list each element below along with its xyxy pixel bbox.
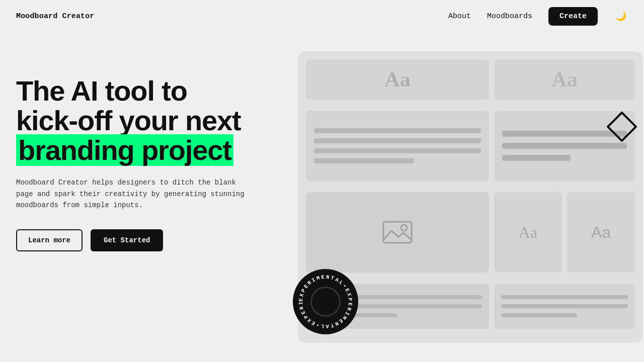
typo-label-1: Aa — [384, 67, 410, 92]
heading-highlight: branding project — [16, 134, 233, 166]
typo-label-2: Aa — [551, 67, 577, 92]
bottom-right-line-3 — [501, 313, 577, 317]
moodboard-image-cell — [306, 192, 489, 273]
moon-icon: 🌙 — [615, 11, 626, 22]
text-line-4 — [314, 158, 414, 163]
moodboard-typo-cell-2: Aa — [494, 59, 635, 100]
hero-description: Moodboard Creator helps designers to dit… — [16, 177, 248, 211]
learn-more-button[interactable]: Learn more — [16, 229, 83, 251]
svg-point-1 — [401, 225, 407, 231]
svg-marker-2 — [608, 113, 636, 141]
font-label-1: Aa — [519, 223, 537, 242]
diamond-icon — [607, 112, 637, 142]
theme-toggle-button[interactable]: 🌙 — [614, 9, 628, 23]
text-line-1 — [314, 128, 481, 133]
bottom-right-line-1 — [501, 295, 628, 299]
hero-section: The AI tool to kick-off your next brandi… — [0, 32, 644, 362]
text-line-2 — [314, 138, 481, 143]
navbar: Moodboard Creator About Moodboards Creat… — [0, 0, 644, 32]
bottom-right-line-2 — [501, 304, 628, 308]
nav-link-moodboards[interactable]: Moodboards — [487, 12, 532, 21]
text-line-3 — [314, 148, 481, 153]
nav-links: About Moodboards Create 🌙 — [448, 7, 628, 26]
moodboard-font-cell-1: Aa — [494, 192, 562, 273]
moodboard-font-cell-2: Aa — [567, 192, 635, 273]
hero-content: The AI tool to kick-off your next brandi… — [16, 56, 278, 251]
nav-link-about[interactable]: About — [448, 12, 471, 21]
experimental-badge: EXPERIMENTAL•EXPERIMENTAL•EXPERIMENTAL• — [293, 269, 358, 334]
get-started-button[interactable]: Get Started — [91, 229, 163, 251]
color-line-2 — [502, 143, 627, 149]
hero-visual: Aa Aa — [278, 56, 628, 362]
hero-buttons: Learn more Get Started — [16, 229, 278, 251]
moodboard-bottom-right — [494, 284, 635, 329]
moodboard-typo-cell-1: Aa — [306, 59, 489, 100]
moodboard-font-grid: Aa Aa — [494, 192, 635, 273]
heading-line2: kick-off your next — [16, 105, 241, 136]
moodboard-text-block — [306, 111, 489, 181]
color-line-3 — [502, 155, 571, 161]
hero-heading: The AI tool to kick-off your next brandi… — [16, 76, 278, 165]
logo: Moodboard Creator — [16, 12, 95, 21]
image-placeholder-icon — [382, 220, 413, 245]
svg-text:EXPERIMENTAL•EXPERIMENTAL•EXPE: EXPERIMENTAL•EXPERIMENTAL•EXPERIMENTAL• — [293, 269, 353, 329]
badge-circle: EXPERIMENTAL•EXPERIMENTAL•EXPERIMENTAL• — [293, 269, 358, 334]
create-button[interactable]: Create — [548, 7, 598, 26]
svg-rect-0 — [383, 222, 412, 243]
font-label-2: Aa — [591, 223, 611, 242]
heading-line1: The AI tool to — [16, 75, 187, 107]
